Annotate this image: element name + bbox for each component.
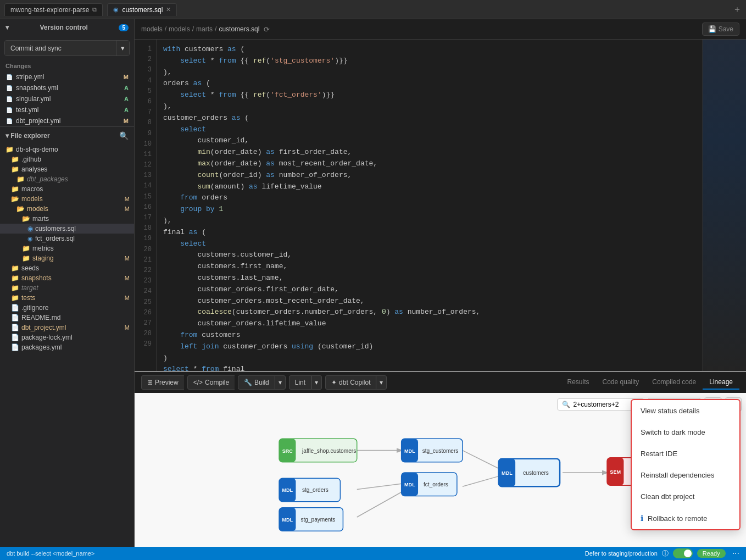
breadcrumb-models2[interactable]: models (169, 25, 190, 33)
breadcrumb-customers-sql[interactable]: customers.sql (219, 25, 259, 33)
version-control-section: ▾ Version control 5 Commit and sync ▾ Ch… (0, 19, 134, 127)
tree-packages-yml[interactable]: 📄 packages.yml (0, 342, 134, 352)
copilot-btn[interactable]: ✦ dbt Copilot (325, 375, 376, 390)
code-editor[interactable]: 12345 678910 1112131415 1617181920 21222… (135, 40, 746, 371)
version-control-header[interactable]: ▾ Version control 5 (0, 19, 134, 36)
build-btn[interactable]: 🔧 Build (238, 375, 275, 390)
tree-dbt-packages[interactable]: 📁 dbt_packages (0, 174, 134, 184)
tab-mwong[interactable]: mwong-test-explorer-parse ⧉ (4, 3, 103, 16)
code-content[interactable]: with customers as ( select * from {{ ref… (157, 40, 702, 371)
status-badge-a: A (124, 96, 129, 102)
lineage-area: 🔍 Update Graph ⛶ ⟳ (135, 393, 746, 547)
breadcrumb-models[interactable]: models (141, 25, 163, 33)
ctx-clean-dbt[interactable]: Clean dbt project (632, 486, 739, 507)
tree-staging[interactable]: 📁 staging M (0, 253, 134, 263)
bottom-panel: ⊞ Preview </> Compile 🔧 Build ▾ (135, 371, 746, 547)
tree-db-sl-qs-demo[interactable]: 📁 db-sl-qs-demo (0, 145, 134, 154)
lineage-search-input[interactable] (574, 401, 639, 408)
svg-text:stg_orders: stg_orders (302, 487, 329, 493)
defer-toggle-switch[interactable] (673, 548, 693, 558)
ctx-restart-ide[interactable]: Restart IDE (632, 443, 739, 464)
tree-marts[interactable]: 📂 marts (0, 214, 134, 224)
context-menu: View status details Switch to dark mode … (631, 399, 741, 530)
tab-compiled-code[interactable]: Compiled code (645, 375, 703, 390)
tree-macros[interactable]: 📁 macros (0, 184, 134, 194)
status-badge-a: A (124, 107, 129, 113)
more-options-btn[interactable]: ··· (732, 548, 739, 558)
changes-list: 📄stripe.yml M 📄snapshots.yml A 📄singular… (0, 71, 134, 126)
compile-btn[interactable]: </> Compile (187, 375, 235, 390)
tab-lineage[interactable]: Lineage (703, 375, 739, 390)
bottom-toolbar: ⊞ Preview </> Compile 🔧 Build ▾ (135, 372, 746, 393)
change-singular-yml[interactable]: 📄singular.yml A (0, 93, 134, 104)
lint-dropdown-btn[interactable]: ▾ (311, 375, 322, 390)
folder-open-icon: 📂 (16, 205, 25, 213)
change-snapshots-yml[interactable]: 📄snapshots.yml A (0, 82, 134, 93)
tab-code-quality[interactable]: Code quality (596, 375, 646, 390)
ctx-rollback[interactable]: ℹ Rollback to remote (632, 507, 739, 529)
tree-models-root[interactable]: 📂 models M (0, 194, 134, 204)
file-explorer-header[interactable]: ▾ File explorer 🔍 (0, 127, 134, 145)
ctx-label: Restart IDE (641, 450, 677, 458)
tab-results[interactable]: Results (561, 375, 596, 390)
new-tab-btn[interactable]: ＋ (733, 4, 742, 15)
tab-close-btn[interactable]: ✕ (166, 6, 171, 13)
refresh-icon[interactable]: ⟳ (264, 25, 270, 34)
file-explorer-search-btn[interactable]: 🔍 (119, 131, 129, 140)
copilot-dropdown-btn[interactable]: ▾ (376, 375, 387, 390)
tab-bar: mwong-test-explorer-parse ⧉ ◉ customers.… (0, 0, 746, 19)
ctx-label: Reinstall dependencies (641, 471, 714, 479)
tree-metrics[interactable]: 📁 metrics (0, 243, 134, 253)
tree-readme-md[interactable]: 📄 README.md (0, 313, 134, 323)
tree-tests[interactable]: 📁 tests M (0, 293, 134, 303)
preview-btn-group: ⊞ Preview (141, 375, 184, 390)
folder-open-icon: 📂 (11, 195, 19, 203)
file-icon: 📄 (11, 314, 19, 321)
folder-icon: 📁 (11, 165, 19, 173)
compile-icon: </> (193, 379, 203, 386)
breadcrumb-marts[interactable]: marts (196, 25, 213, 33)
tree-github[interactable]: 📁 .github (0, 154, 134, 164)
tree-seeds[interactable]: 📁 seeds (0, 263, 134, 273)
toggle-knob (684, 550, 692, 557)
tree-analyses[interactable]: 📁 analyses (0, 164, 134, 174)
tree-package-lock[interactable]: 📄 package-lock.yml (0, 332, 134, 342)
commit-dropdown-btn[interactable]: ▾ (116, 41, 129, 56)
change-stripe-yml[interactable]: 📄stripe.yml M (0, 71, 134, 82)
commit-sync-btn[interactable]: Commit and sync (5, 41, 116, 56)
tree-target[interactable]: 📁 target (0, 283, 134, 293)
svg-line-2 (357, 492, 402, 517)
change-test-yml[interactable]: 📄test.yml A (0, 104, 134, 115)
version-control-label: Version control (40, 24, 88, 31)
status-badge-m: M (124, 118, 129, 124)
status-badge-a: A (124, 85, 129, 91)
build-dropdown-btn[interactable]: ▾ (275, 375, 286, 390)
save-icon: 💾 (708, 25, 716, 33)
yaml-icon: 📄 (11, 324, 19, 331)
svg-text:jaffle_shop.customers: jaffle_shop.customers (302, 448, 356, 454)
sql-file-icon: ◉ (27, 225, 33, 232)
preview-btn[interactable]: ⊞ Preview (141, 375, 184, 390)
result-tabs: Results Code quality Compiled code Linea… (561, 375, 740, 390)
file-tree: 📁 db-sl-qs-demo 📁 .github 📁 analyses 📁 d… (0, 145, 134, 352)
tree-dbt-project-yml[interactable]: 📄 dbt_project.yml M (0, 323, 134, 332)
tree-gitignore[interactable]: 📄 .gitignore (0, 303, 134, 313)
tree-snapshots[interactable]: 📁 snapshots M (0, 273, 134, 283)
ctx-reinstall-deps[interactable]: Reinstall dependencies (632, 464, 739, 486)
yaml-icon: 📄 (5, 95, 13, 103)
tree-models-sub[interactable]: 📂 models M (0, 204, 134, 214)
info-circle-icon: ⓘ (662, 549, 669, 558)
file-explorer-section: ▾ File explorer 🔍 📁 db-sl-qs-demo 📁 .git… (0, 127, 134, 547)
folder-icon: 📁 (22, 245, 30, 252)
tab-customers-sql[interactable]: ◉ customers.sql ✕ (107, 3, 177, 16)
lint-btn[interactable]: Lint (289, 375, 311, 390)
folder-icon: 📁 (11, 185, 19, 193)
tree-fct-orders-sql[interactable]: ◉ fct_orders.sql (0, 234, 134, 243)
ctx-view-status[interactable]: View status details (632, 400, 739, 422)
ctx-dark-mode[interactable]: Switch to dark mode (632, 422, 739, 443)
tree-customers-sql[interactable]: ◉ customers.sql (0, 224, 134, 234)
breadcrumb: models / models / marts / customers.sql … (135, 19, 746, 40)
change-dbt-project-yml[interactable]: 📄dbt_project.yml M (0, 115, 134, 126)
save-button[interactable]: 💾 Save (702, 23, 739, 36)
commit-btn-wrapper: Commit and sync ▾ (4, 40, 130, 56)
